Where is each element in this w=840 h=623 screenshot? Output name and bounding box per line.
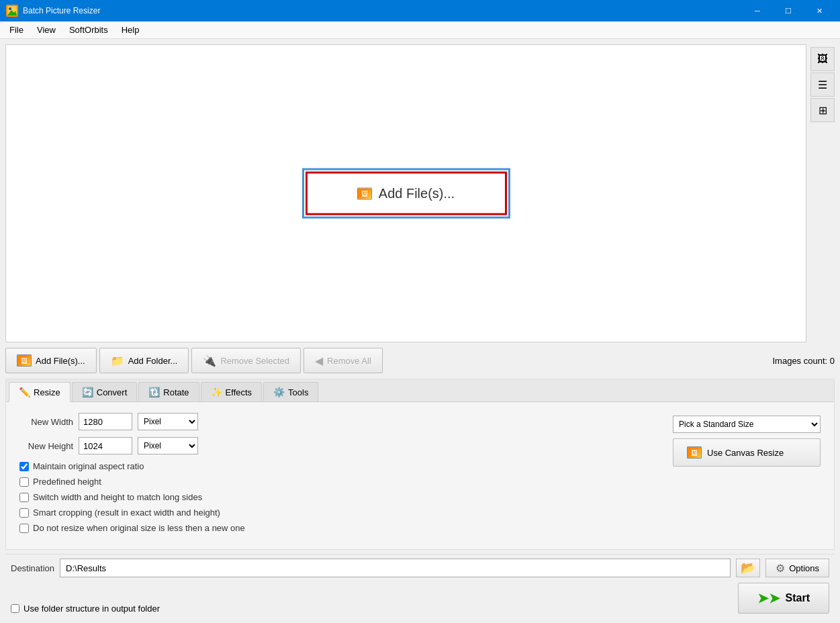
convert-tab-label: Convert [97, 387, 128, 397]
new-width-label: New Width [19, 417, 73, 427]
bottom-combined: Use folder structure in output folder ➤➤… [11, 583, 829, 614]
menubar: File View SoftOrbits Help [0, 21, 840, 39]
images-count: Images count: 0 [772, 356, 835, 366]
tab-effects[interactable]: ✨ Effects [201, 382, 263, 401]
add-folder-label: Add Folder... [128, 356, 178, 366]
filelist-area[interactable]: 🖼 Add File(s)... [5, 44, 806, 342]
start-arrow-icon: ➤➤ [757, 590, 780, 606]
titlebar: Batch Picture Resizer ─ ☐ ✕ [0, 0, 840, 21]
add-files-button[interactable]: 🖼 Add File(s)... [5, 348, 97, 373]
menu-view[interactable]: View [30, 23, 62, 37]
add-files-center-button[interactable]: 🖼 Add File(s)... [306, 172, 507, 215]
maximize-button[interactable]: ☐ [773, 0, 804, 21]
predefined-height-label: Predefined height [33, 477, 101, 487]
folder-structure-checkbox[interactable] [11, 604, 19, 613]
options-gear-icon: ⚙ [776, 562, 785, 575]
options-button[interactable]: ⚙ Options [765, 559, 829, 577]
app-icon [5, 4, 19, 17]
images-count-value: 0 [830, 356, 835, 366]
canvas-resize-label: Use Canvas Resize [707, 448, 784, 458]
new-height-input[interactable] [79, 437, 132, 454]
tab-tools[interactable]: ⚙️ Tools [263, 382, 318, 401]
predefined-height-checkbox[interactable] [19, 477, 29, 487]
destination-row: Destination 📂 ⚙ Options [11, 559, 829, 577]
effects-tab-icon: ✨ [211, 387, 222, 397]
tools-tab-label: Tools [288, 387, 308, 397]
tools-tab-icon: ⚙️ [273, 387, 285, 397]
close-button[interactable]: ✕ [804, 0, 835, 21]
window-controls[interactable]: ─ ☐ ✕ [742, 0, 835, 21]
rotate-tab-icon: 🔃 [148, 387, 160, 397]
add-files-center-label: Add File(s)... [379, 186, 455, 201]
do-not-resize-row: Do not resize when original size is less… [19, 523, 659, 533]
resize-options-grid: New Width Pixel Percent cm inch New Heig… [19, 413, 821, 538]
add-folder-icon: 📁 [111, 354, 124, 367]
add-folder-button[interactable]: 📁 Add Folder... [99, 348, 189, 373]
tabs-bar: ✏️ Resize 🔄 Convert 🔃 Rotate ✨ Effects ⚙… [6, 379, 834, 402]
bottom-bar: Destination 📂 ⚙ Options Use folder struc… [5, 554, 835, 618]
thumbnail-view-button[interactable]: 🖼 [810, 47, 835, 71]
tabs-panel: ✏️ Resize 🔄 Convert 🔃 Rotate ✨ Effects ⚙… [5, 379, 835, 550]
tab-resize[interactable]: ✏️ Resize [9, 382, 71, 402]
maintain-aspect-row: Maintain original aspect ratio [19, 461, 659, 471]
convert-tab-icon: 🔄 [82, 387, 93, 397]
menu-file[interactable]: File [3, 23, 30, 37]
view-buttons-panel: 🖼 ☰ ⊞ [810, 44, 835, 342]
destination-input[interactable] [60, 559, 731, 577]
add-files-icon: 🖼 [357, 187, 372, 199]
new-height-unit-select[interactable]: Pixel Percent cm inch [138, 437, 198, 454]
smart-cropping-label: Smart cropping (result in exact width an… [33, 508, 220, 518]
new-height-row: New Height Pixel Percent cm inch [19, 437, 659, 454]
new-width-row: New Width Pixel Percent cm inch [19, 413, 659, 430]
effects-tab-label: Effects [226, 387, 252, 397]
canvas-resize-button[interactable]: 🖼 Use Canvas Resize [673, 438, 821, 467]
add-files-toolbar-icon: 🖼 [17, 354, 32, 367]
app-title: Batch Picture Resizer [23, 6, 742, 15]
switch-width-height-row: Switch width and height to match long si… [19, 492, 659, 502]
predefined-height-row: Predefined height [19, 477, 659, 487]
rotate-tab-label: Rotate [163, 387, 189, 397]
menu-softorbits[interactable]: SoftOrbits [62, 23, 115, 37]
do-not-resize-checkbox[interactable] [19, 524, 29, 533]
remove-selected-button[interactable]: 🔌 Remove Selected [191, 348, 301, 373]
resize-right-col: Pick a Standard Size 800x600 1024x768 12… [673, 413, 821, 538]
menu-help[interactable]: Help [115, 23, 146, 37]
switch-width-height-label: Switch width and height to match long si… [33, 492, 202, 502]
main-area: 🖼 Add File(s)... 🖼 ☰ ⊞ 🖼 Add File(s)... … [0, 39, 840, 623]
tab-convert[interactable]: 🔄 Convert [72, 382, 138, 401]
remove-all-button[interactable]: ◀ Remove All [304, 348, 383, 373]
tab-rotate[interactable]: 🔃 Rotate [138, 382, 199, 401]
smart-cropping-row: Smart cropping (result in exact width an… [19, 508, 659, 518]
remove-all-icon: ◀ [315, 354, 323, 367]
thumbnail-view-icon: 🖼 [817, 53, 828, 65]
maintain-aspect-checkbox[interactable] [19, 462, 29, 471]
grid-view-icon: ⊞ [819, 104, 827, 117]
new-width-unit-select[interactable]: Pixel Percent cm inch [138, 413, 198, 430]
grid-view-button[interactable]: ⊞ [810, 98, 835, 122]
bottom-left-col: Use folder structure in output folder [11, 604, 733, 614]
standard-size-select[interactable]: Pick a Standard Size 800x600 1024x768 12… [673, 416, 821, 433]
resize-left-col: New Width Pixel Percent cm inch New Heig… [19, 413, 659, 538]
filelist-container: 🖼 Add File(s)... 🖼 ☰ ⊞ [5, 44, 835, 342]
browse-folder-icon: 📂 [741, 561, 755, 575]
tab-content-resize: New Width Pixel Percent cm inch New Heig… [6, 402, 834, 549]
destination-label: Destination [11, 563, 54, 573]
options-label: Options [789, 563, 819, 573]
list-view-icon: ☰ [818, 79, 827, 91]
folder-structure-label: Use folder structure in output folder [24, 604, 160, 614]
smart-cropping-checkbox[interactable] [19, 508, 29, 518]
start-label: Start [786, 592, 810, 604]
folder-structure-row: Use folder structure in output folder [11, 604, 733, 614]
minimize-button[interactable]: ─ [742, 0, 773, 21]
do-not-resize-label: Do not resize when original size is less… [33, 523, 245, 533]
bottom-right-col: ➤➤ Start [738, 583, 829, 614]
new-width-input[interactable] [79, 413, 132, 430]
canvas-resize-icon: 🖼 [687, 446, 702, 459]
switch-width-height-checkbox[interactable] [19, 493, 29, 502]
list-view-button[interactable]: ☰ [810, 73, 835, 97]
resize-tab-icon: ✏️ [19, 387, 30, 397]
remove-all-label: Remove All [327, 356, 371, 366]
resize-tab-label: Resize [34, 387, 60, 397]
browse-destination-button[interactable]: 📂 [736, 559, 760, 577]
start-button[interactable]: ➤➤ Start [738, 583, 829, 614]
